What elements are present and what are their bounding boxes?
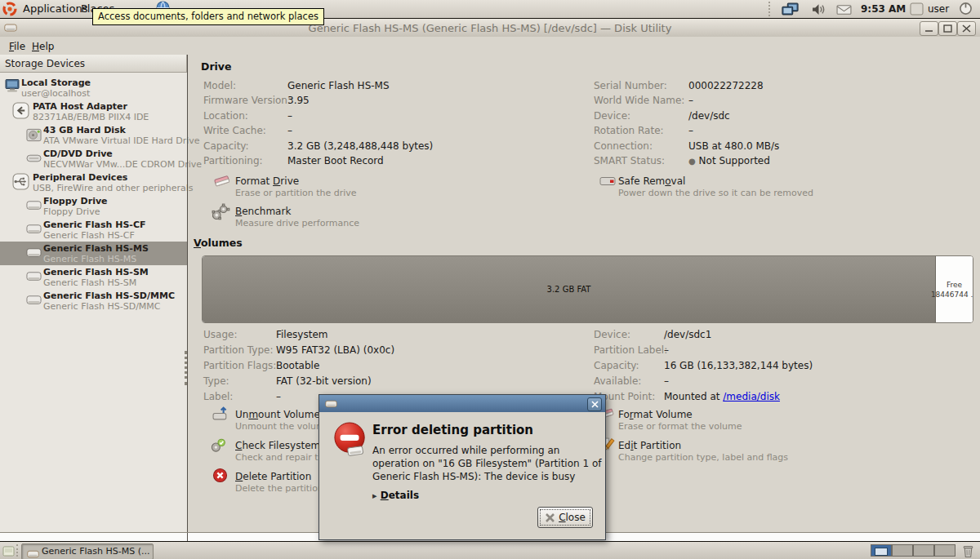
removable-drive-icon: [26, 270, 42, 286]
unmount-volume-desc: Unmount the volume: [235, 421, 331, 432]
status-dot-icon: ●: [688, 157, 696, 166]
gears-icon: [211, 203, 231, 225]
workspace-4[interactable]: [934, 544, 956, 557]
error-dialog: Error deleting partition An error occurr…: [318, 394, 606, 540]
edit-partition-button[interactable]: Edit Partition: [618, 440, 681, 451]
field-key: World Wide Name:: [594, 95, 684, 106]
field-value: –: [688, 125, 693, 136]
field-value: –: [664, 344, 669, 356]
user-menu[interactable]: user: [928, 3, 949, 15]
sidebar-item-local-storage[interactable]: Local Storageuser@localhost: [0, 76, 187, 100]
usb-icon: [12, 173, 29, 193]
dialog-close-icon[interactable]: [587, 397, 602, 411]
focus-ring: [540, 509, 590, 526]
mount-point-link[interactable]: /media/disk: [723, 391, 780, 402]
field-key: Write Cache:: [203, 125, 266, 136]
field-value: –: [287, 125, 292, 136]
field-key: Location:: [203, 110, 248, 122]
dialog-close-button[interactable]: Close: [537, 507, 593, 528]
free-space-segment[interactable]: Free 18446744 ...: [936, 256, 973, 322]
workspace-2[interactable]: [892, 544, 913, 557]
field-key: Label:: [203, 391, 233, 402]
field-key: Usage:: [203, 329, 237, 340]
partition-segment[interactable]: 3.2 GB FAT: [203, 256, 936, 322]
field-key: Serial Number:: [594, 80, 667, 91]
sidebar-item-hard-disk[interactable]: 43 GB Hard DiskATA VMware Virtual IDE Ha…: [0, 123, 187, 147]
sidebar-item-floppy-drive[interactable]: Floppy DriveFloppy Drive: [0, 194, 187, 218]
benchmark-desc: Measure drive performance: [235, 218, 359, 228]
format-drive-button[interactable]: Format Drive: [235, 175, 299, 187]
show-desktop-icon[interactable]: [2, 544, 15, 559]
benchmark-button[interactable]: Benchmark: [235, 206, 291, 217]
field-key: Capacity:: [203, 140, 249, 152]
removable-drive-icon: [26, 223, 42, 238]
user-badge-icon[interactable]: [910, 2, 924, 19]
maximize-button[interactable]: [938, 21, 957, 36]
sidebar-item-peripheral-devices[interactable]: Peripheral DevicesUSB, FireWire and othe…: [0, 171, 187, 194]
menu-help[interactable]: Help: [29, 40, 56, 53]
format-volume-desc: Erase or format the volume: [618, 421, 742, 432]
taskbar: Generic Flash HS-MS (...: [0, 541, 980, 559]
field-value: 16 GB (16,133,382,144 bytes): [664, 360, 813, 371]
network-monitor-icon[interactable]: [781, 2, 800, 20]
computer-icon: [4, 78, 20, 96]
field-value: FAT (32-bit version): [276, 375, 372, 387]
removable-drive-icon: [26, 199, 42, 215]
dialog-titlebar[interactable]: [319, 395, 605, 412]
mail-notification-icon[interactable]: [836, 3, 852, 19]
field-key: Firmware Version:: [203, 95, 291, 106]
pane-divider[interactable]: [187, 55, 188, 540]
cd-drive-icon: [26, 152, 42, 167]
field-key: SMART Status:: [594, 155, 665, 166]
volumes-section-header: Volumes: [194, 237, 243, 249]
distro-logo-icon[interactable]: [2, 2, 17, 20]
storage-devices-header[interactable]: Storage Devices: [0, 55, 187, 73]
safe-removal-button[interactable]: Safe Removal: [618, 175, 685, 187]
details-expander[interactable]: ▸ Details: [372, 490, 419, 501]
eraser-icon: [212, 173, 231, 192]
field-value: W95 FAT32 (LBA) (0x0c): [276, 344, 394, 356]
field-value: –: [664, 375, 669, 387]
unmount-volume-button[interactable]: Unmount Volume: [235, 409, 320, 420]
dialog-window-icon: [325, 397, 337, 413]
field-key: Available:: [594, 375, 641, 387]
close-button[interactable]: [957, 21, 976, 36]
menu-file[interactable]: File: [7, 40, 28, 53]
smart-status: ● Not Supported: [688, 155, 770, 166]
unmount-icon: [212, 406, 229, 424]
field-key: Partition Label:: [594, 344, 667, 356]
panel-applet-handle[interactable]: [768, 2, 774, 16]
sidebar-item-flash-hs-cf[interactable]: Generic Flash HS-CFGeneric Flash HS-CF: [0, 218, 187, 242]
field-key: Type:: [203, 375, 229, 387]
pane-resize-grip[interactable]: [185, 351, 190, 385]
sidebar-item-pata-adapter[interactable]: PATA Host Adapter82371AB/EB/MB PIIX4 IDE: [0, 100, 187, 123]
dialog-body-text: An error occurred while performing an op…: [372, 444, 606, 483]
field-value: Bootable: [276, 360, 319, 371]
format-volume-button[interactable]: Format Volume: [618, 409, 693, 420]
delete-partition-button[interactable]: Delete Partition: [235, 471, 311, 482]
trash-icon[interactable]: [962, 543, 974, 559]
sidebar-item-flash-hs-sm[interactable]: Generic Flash HS-SMGeneric Flash HS-SM: [0, 265, 187, 289]
host-adapter-icon: [12, 102, 29, 122]
sidebar-item-cd-drive[interactable]: CD/DVD DriveNECVMWar VMw...DE CDROM Driv…: [0, 147, 187, 171]
clock[interactable]: 9:53 AM: [861, 3, 906, 15]
volume-icon[interactable]: [810, 2, 827, 20]
check-filesystem-button[interactable]: Check Filesystem: [235, 440, 320, 451]
sidebar-item-flash-hs-ms[interactable]: Generic Flash HS-MSGeneric Flash HS-MS: [0, 242, 187, 265]
field-value: 3.95: [287, 95, 310, 106]
power-icon[interactable]: [959, 2, 973, 19]
format-drive-desc: Erase or partition the drive: [235, 188, 357, 198]
field-value: /dev/sdc: [688, 110, 730, 122]
field-key: Rotation Rate:: [594, 125, 664, 136]
applications-menu[interactable]: Applications: [23, 2, 87, 15]
minimize-button[interactable]: [920, 21, 938, 36]
workspace-3[interactable]: [913, 544, 934, 557]
field-key: Partition Flags:: [203, 360, 276, 371]
workspace-1[interactable]: [871, 544, 892, 557]
edit-partition-desc: Change partition type, label and flags: [618, 452, 788, 463]
sidebar-item-flash-hs-sd-mmc[interactable]: Generic Flash HS-SD/MMCGeneric Flash HS-…: [0, 289, 187, 313]
taskbar-task-button[interactable]: Generic Flash HS-MS (...: [21, 543, 154, 559]
safe-removal-desc: Power down the drive so it can be remove…: [618, 188, 813, 198]
check-filesystem-icon: [209, 437, 228, 457]
field-value: 000022272228: [688, 80, 764, 91]
